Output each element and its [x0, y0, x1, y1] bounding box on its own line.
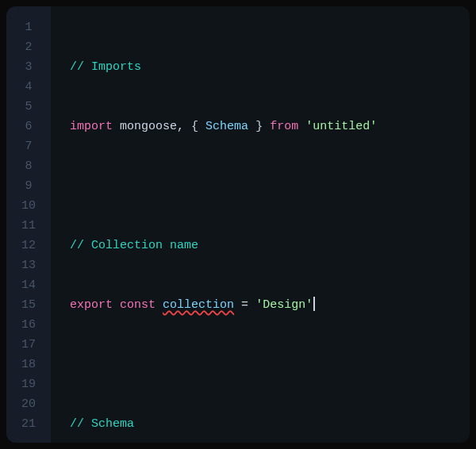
code-area[interactable]: // Imports import mongoose, { Schema } f…: [51, 6, 470, 443]
line-number: 20: [6, 394, 51, 414]
line-number: 19: [6, 374, 51, 394]
punct-token: {: [191, 120, 198, 133]
line-number: 17: [6, 335, 51, 355]
punct-token: ,: [177, 120, 184, 133]
line-number: 15: [6, 295, 51, 315]
comment-token: // Schema: [70, 417, 134, 431]
identifier-token-error: collection: [163, 298, 234, 312]
comment-token: // Imports: [70, 60, 141, 74]
line-number: 11: [6, 216, 51, 236]
line-number: 14: [6, 275, 51, 295]
line-number: 18: [6, 355, 51, 374]
string-token: 'Design': [255, 298, 313, 312]
string-token: 'untitled': [305, 120, 377, 133]
code-editor[interactable]: 1 2 3 4 5 6 7 8 9 10 11 12 13 14 15 16 1…: [6, 6, 470, 443]
line-number: 4: [6, 77, 51, 97]
line-number: 2: [6, 37, 51, 57]
punct-token: }: [255, 120, 263, 133]
code-line[interactable]: [70, 355, 470, 374]
keyword-token: from: [270, 120, 298, 133]
line-number: 6: [6, 117, 51, 136]
line-number: 5: [6, 97, 51, 117]
line-number: 1: [6, 17, 51, 37]
line-number-gutter: 1 2 3 4 5 6 7 8 9 10 11 12 13 14 15 16 1…: [6, 6, 51, 443]
line-number: 9: [6, 176, 51, 196]
type-token: Schema: [205, 120, 248, 133]
keyword-token: export: [70, 298, 113, 312]
code-line[interactable]: // Imports: [70, 57, 470, 77]
line-number: 21: [6, 414, 51, 434]
line-number: 13: [6, 255, 51, 275]
code-line[interactable]: export const collection = 'Design': [70, 295, 470, 315]
line-number: 7: [6, 136, 51, 156]
operator-token: =: [241, 298, 248, 312]
code-line[interactable]: // Schema: [70, 414, 470, 434]
line-number: 12: [6, 236, 51, 255]
keyword-token: import: [70, 120, 113, 133]
line-number: 3: [6, 57, 51, 77]
code-line[interactable]: [70, 176, 470, 196]
line-number: 10: [6, 196, 51, 216]
keyword-token: const: [120, 298, 155, 312]
code-line[interactable]: import mongoose, { Schema } from 'untitl…: [70, 117, 470, 136]
comment-token: // Collection name: [70, 239, 198, 252]
code-line[interactable]: // Collection name: [70, 236, 470, 255]
line-number: 16: [6, 315, 51, 335]
line-number: 8: [6, 156, 51, 176]
text-cursor: [313, 297, 315, 311]
identifier-token: mongoose: [120, 120, 177, 133]
